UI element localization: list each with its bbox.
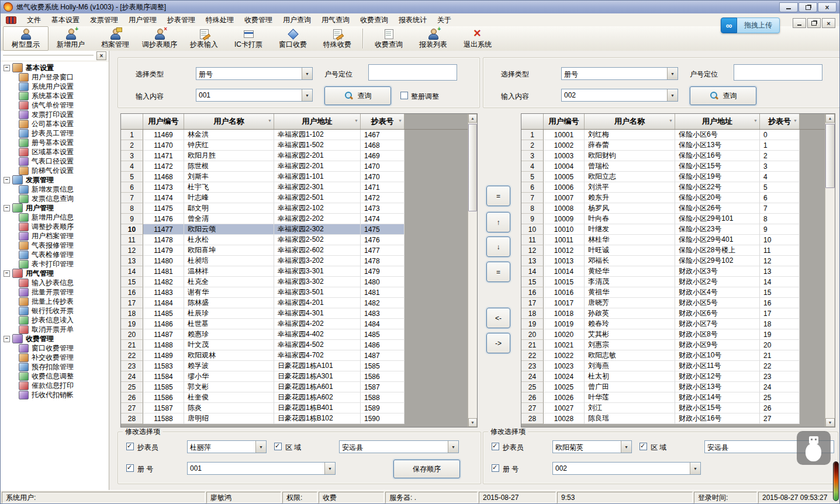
table-row[interactable]: 1711484陈林盛幸福家园4-2011482 bbox=[121, 298, 468, 308]
menu-item-2[interactable]: 发票管理 bbox=[85, 13, 123, 26]
minimize-button[interactable] bbox=[779, 2, 798, 12]
tree-item-0-5[interactable]: 公司基本设置 bbox=[4, 119, 109, 128]
mdi-system-icon[interactable] bbox=[6, 16, 16, 24]
table-row[interactable]: 411472陈世根幸福家园2-2011470 bbox=[121, 161, 468, 172]
tree-item-3-3[interactable]: 银行托收开票 bbox=[4, 306, 109, 315]
table-row[interactable]: 1210012叶旺诚保险小区28号楼上11 bbox=[521, 245, 825, 256]
right-query-button[interactable]: 查询 bbox=[690, 86, 756, 105]
collapse-icon[interactable] bbox=[4, 270, 10, 277]
table-row[interactable]: 111469林金洪幸福家园1-1021467 bbox=[121, 130, 468, 140]
table-row[interactable]: 1610016黄祖华财政小区4号15 bbox=[521, 287, 825, 298]
table-row[interactable]: 110001刘红梅保险小区6号0 bbox=[521, 130, 825, 140]
right-table-scrollbar[interactable] bbox=[825, 114, 835, 427]
table-row[interactable]: 2411584缪小华日豪花园1栋A3011586 bbox=[121, 371, 468, 382]
table-row[interactable]: 611473杜宇飞幸福家园2-3011471 bbox=[121, 182, 468, 193]
table-row[interactable]: 310003欧阳财钧保险小区16号2 bbox=[521, 151, 825, 161]
tree-item-0-3[interactable]: 供气单价管理 bbox=[4, 100, 109, 110]
column-header-2[interactable]: 用户地址 bbox=[675, 114, 760, 129]
tree-item-0-10[interactable]: 阶梯气价设置 bbox=[4, 166, 109, 175]
table-row[interactable]: 1511482杜克全幸福家园3-3021480 bbox=[121, 277, 468, 287]
table-row[interactable]: 2110021刘惠宗财政小区9号20 bbox=[521, 340, 825, 350]
table-row[interactable]: 711474叶志峰幸福家园2-5011472 bbox=[121, 193, 468, 203]
table-row[interactable]: 2810028陈良瑶财政小区16号27 bbox=[521, 413, 825, 424]
table-row[interactable]: 2211489欧阳观林幸福家园4-7021487 bbox=[121, 350, 468, 361]
tree-item-0-2[interactable]: 系统基本设置 bbox=[4, 91, 109, 100]
menu-item-3[interactable]: 用户管理 bbox=[123, 13, 162, 26]
table-row[interactable]: 2811588唐明绍日豪花园1栋B1021590 bbox=[121, 413, 468, 424]
tree-item-3-4[interactable]: 抄表信息读入 bbox=[4, 315, 109, 325]
table-row[interactable]: 2310023刘海燕财政小区11号22 bbox=[521, 361, 825, 371]
left-locate-input[interactable] bbox=[368, 64, 457, 81]
save-order-button[interactable]: 保存顺序 bbox=[393, 460, 460, 478]
left-content-combo[interactable]: 001 bbox=[196, 89, 313, 102]
tree-item-4-0[interactable]: 窗口收费管理 bbox=[4, 343, 109, 353]
table-row[interactable]: 2611586杜奎俊日豪花园1栋A6021588 bbox=[121, 392, 468, 403]
area-checkbox[interactable] bbox=[274, 443, 282, 450]
right-content-combo[interactable]: 002 bbox=[561, 89, 678, 102]
toolbar-button-8[interactable]: 收费查询 bbox=[367, 26, 411, 51]
scroll-up-icon[interactable] bbox=[468, 114, 477, 123]
collapse-icon[interactable] bbox=[4, 205, 10, 211]
right-locate-input[interactable] bbox=[734, 64, 822, 81]
restore-button[interactable] bbox=[798, 2, 817, 12]
left-table-scrollbar[interactable] bbox=[468, 114, 477, 427]
close-button[interactable] bbox=[818, 2, 836, 12]
tree-group-1[interactable]: 发票管理 bbox=[4, 175, 109, 185]
combo-arrow-icon[interactable] bbox=[324, 463, 335, 474]
left-book-combo[interactable]: 001 bbox=[187, 462, 336, 475]
mdi-restore-button[interactable] bbox=[807, 18, 821, 28]
column-header-3[interactable]: 抄表号 bbox=[361, 114, 405, 129]
toolbar-button-6[interactable]: 窗口收费 bbox=[271, 26, 315, 51]
column-header-1[interactable]: 用户名称 bbox=[184, 114, 274, 129]
table-row[interactable]: 810008杨罗风保险小区26号7 bbox=[521, 203, 825, 214]
move-right-button[interactable]: -> bbox=[486, 333, 510, 353]
move-down-button[interactable]: ↓ bbox=[486, 237, 510, 257]
tree-item-3-5[interactable]: 取消开票开单 bbox=[4, 325, 109, 334]
table-row[interactable]: 1410014黄经华财政小区3号13 bbox=[521, 266, 825, 277]
combo-arrow-icon[interactable] bbox=[621, 441, 631, 453]
mdi-close-button[interactable] bbox=[822, 18, 835, 28]
table-row[interactable]: 211470钟庆红幸福家园1-5021468 bbox=[121, 140, 468, 151]
menu-item-7[interactable]: 用户查询 bbox=[278, 13, 316, 26]
collapse-icon[interactable] bbox=[4, 177, 10, 183]
menu-item-1[interactable]: 基本设置 bbox=[46, 13, 85, 26]
table-row[interactable]: 2311583赖孚波日豪花园1栋A1011585 bbox=[121, 361, 468, 371]
move-equal-bottom-button[interactable]: = bbox=[486, 262, 510, 282]
table-row[interactable]: 2010020艾其彬财政小区8号19 bbox=[521, 329, 825, 340]
tree-group-4[interactable]: 收费管理 bbox=[4, 334, 109, 343]
column-header-1[interactable]: 用户名称 bbox=[585, 114, 675, 129]
tree-item-4-1[interactable]: 补交收费管理 bbox=[4, 353, 109, 362]
table-row[interactable]: 1911486杜世基幸福家园4-2021484 bbox=[121, 319, 468, 329]
combo-arrow-icon[interactable] bbox=[667, 89, 677, 101]
menu-item-0[interactable]: 文件 bbox=[22, 13, 46, 26]
tree-item-0-9[interactable]: 气表口径设置 bbox=[4, 157, 109, 166]
toolbar-button-1[interactable]: +新增用户 bbox=[49, 26, 93, 51]
scroll-up-icon[interactable] bbox=[825, 114, 835, 123]
table-row[interactable]: 610006刘洪平保险小区22号5 bbox=[521, 182, 825, 193]
tree-item-4-2[interactable]: 预存扣除管理 bbox=[4, 362, 109, 371]
table-row[interactable]: 2410024杜太初财政小区12号23 bbox=[521, 371, 825, 382]
menu-item-9[interactable]: 收费查询 bbox=[355, 13, 393, 26]
table-row[interactable]: 811475鄢文明幸福家园2-1021473 bbox=[121, 203, 468, 214]
table-row[interactable]: 510005欧阳立志保险小区19号4 bbox=[521, 172, 825, 182]
tree-item-1-1[interactable]: 发票信息查询 bbox=[4, 194, 109, 203]
tree-item-1-0[interactable]: 新增发票信息 bbox=[4, 185, 109, 194]
area-checkbox[interactable] bbox=[639, 443, 647, 450]
drag-grip[interactable] bbox=[3, 55, 94, 57]
table-row[interactable]: 410004曾瑞松保险小区15号3 bbox=[521, 161, 825, 172]
table-row[interactable]: 1611483谢有华幸福家园3-5011481 bbox=[121, 287, 468, 298]
left-reader-combo[interactable]: 杜丽萍 bbox=[187, 440, 267, 453]
table-row[interactable]: 311471欧阳月胜幸福家园2-2011469 bbox=[121, 151, 468, 161]
menu-item-10[interactable]: 报表统计 bbox=[393, 13, 432, 26]
table-row[interactable]: 710007赖东升保险小区20号6 bbox=[521, 193, 825, 203]
scroll-thumb[interactable] bbox=[825, 124, 835, 188]
drag-upload-button[interactable]: 拖拽上传 bbox=[721, 18, 780, 33]
menu-item-8[interactable]: 用气查询 bbox=[316, 13, 355, 26]
tree-item-2-0[interactable]: 新增用户信息 bbox=[4, 213, 109, 222]
tree-item-3-0[interactable]: 输入抄表信息 bbox=[4, 278, 109, 287]
menu-item-11[interactable]: 关于 bbox=[432, 13, 457, 26]
tree-item-3-1[interactable]: 批量开票管理 bbox=[4, 287, 109, 297]
table-row[interactable]: 1811485杜辰珍幸福家园4-3011483 bbox=[121, 308, 468, 319]
toolbar-button-0[interactable]: 树型显示 bbox=[3, 26, 49, 51]
combo-arrow-icon[interactable] bbox=[448, 441, 458, 453]
